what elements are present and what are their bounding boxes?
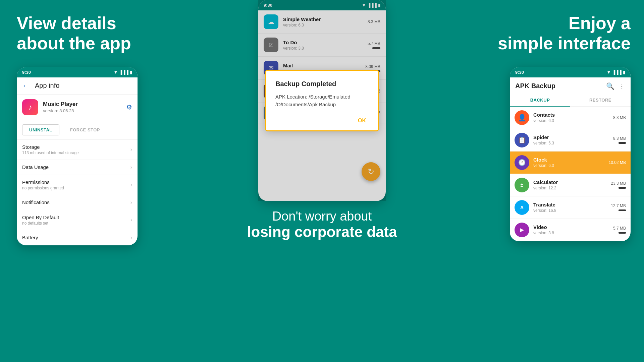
left-status-bar: 9:30 ▼ ▐▐▐ ▮ <box>17 67 138 77</box>
size-bar <box>619 232 626 234</box>
music-player-icon: ♪ <box>22 99 38 115</box>
app-icon-video: ▶ <box>515 223 529 237</box>
settings-list: Storage 113 mb used of internal storage … <box>17 140 138 245</box>
right-status-bar: 9:30 ▼ ▐▐▐ ▮ <box>510 67 631 77</box>
app-icon-clock: 🕐 <box>515 155 529 170</box>
settings-item-data-usage[interactable]: Data Usage › <box>17 160 138 175</box>
center-bottom-text: Don't worry about losing corporate data <box>247 209 397 240</box>
right-phone-mockup: 9:30 ▼ ▐▐▐ ▮ APK Backup 🔍 ⋮ BACKUP RESTO… <box>510 67 631 241</box>
bottom-line2: losing corporate data <box>247 224 397 240</box>
list-item[interactable]: ± Calculator version: 12.2 23.3 MB <box>510 174 631 196</box>
tab-restore[interactable]: RESTORE <box>570 94 631 106</box>
right-status-time: 9:30 <box>515 70 524 75</box>
battery-icon: ▮ <box>623 70 625 75</box>
app-name-block: Music Player version: 8.06.28 <box>43 101 121 113</box>
left-phone-mockup: 9:30 ▼ ▐▐▐ ▮ ← App info ♪ Music Player v… <box>17 67 138 245</box>
settings-item-open-by-default[interactable]: Open By Default no defaults set › <box>17 210 138 230</box>
settings-item-permissions[interactable]: Permissions no permissions granted › <box>17 175 138 195</box>
wifi-icon: ▼ <box>606 70 611 75</box>
tabs-row: BACKUP RESTORE <box>510 94 631 107</box>
chevron-icon: › <box>130 217 132 223</box>
left-phone-header: ← App info <box>17 77 138 95</box>
left-tagline-line1: View details <box>17 13 116 33</box>
dialog-ok-button[interactable]: OK <box>355 116 369 125</box>
list-item[interactable]: A Translate version: 16.8 12.7 MB <box>510 196 631 219</box>
signal-icon: ▐▐▐ <box>612 70 622 75</box>
chevron-icon: › <box>130 164 132 170</box>
list-item-clock[interactable]: 🕐 Clock version: 6.0 10.02 MB <box>510 152 631 174</box>
app-icon-contacts: 👤 <box>515 110 529 125</box>
list-item[interactable]: 👤 Contacts version: 6.3 8.3 MB <box>510 107 631 129</box>
tab-backup[interactable]: BACKUP <box>510 94 570 107</box>
dialog-actions: OK <box>275 116 369 125</box>
app-icon-translate: A <box>515 200 529 215</box>
left-tagline: View details about the app <box>17 13 131 54</box>
dialog-body: APK Location: /Storage/Emulated /O/Docum… <box>275 93 369 108</box>
list-item[interactable]: ▶ Video version: 3.8 5.7 MB <box>510 219 631 241</box>
force-stop-button[interactable]: FORCE STOP <box>63 124 107 135</box>
size-bar <box>619 142 626 144</box>
right-tagline-line2: simple interface <box>498 34 631 53</box>
signal-icon: ▐▐▐ <box>119 70 128 75</box>
back-arrow-icon[interactable]: ← <box>22 81 30 90</box>
settings-item-battery[interactable]: Battery › <box>17 230 138 245</box>
left-tagline-line2: about the app <box>17 34 131 53</box>
center-phone-wrap: 9:30 ▼ ▐▐▐ ▮ ☁ Simple Weather version: 6… <box>258 0 386 201</box>
right-tagline-line1: Enjoy a <box>569 13 631 33</box>
settings-item-notifications[interactable]: Notifications › <box>17 195 138 210</box>
chevron-icon: › <box>130 182 132 188</box>
app-icon-spider: 📋 <box>515 133 529 147</box>
left-panel: View details about the app 9:30 ▼ ▐▐▐ ▮ … <box>0 0 161 362</box>
dialog-overlay: Backup Completed APK Location: /Storage/… <box>258 0 386 201</box>
list-item[interactable]: 📋 Spider version: 6.3 8.3 MB <box>510 129 631 152</box>
settings-item-storage[interactable]: Storage 113 mb used of internal storage … <box>17 140 138 160</box>
uninstall-button[interactable]: UNINSTAL <box>22 124 59 135</box>
left-status-time: 9:30 <box>22 70 31 75</box>
chevron-icon: › <box>130 235 132 241</box>
right-header-icons: 🔍 ⋮ <box>606 82 625 90</box>
more-options-icon[interactable]: ⋮ <box>619 82 625 90</box>
right-status-icons: ▼ ▐▐▐ ▮ <box>606 70 625 75</box>
bottom-line1: Don't worry about <box>247 209 397 224</box>
app-info-title: App info <box>35 82 59 89</box>
app-name: Music Player <box>43 101 121 108</box>
chevron-icon: › <box>130 199 132 205</box>
battery-icon: ▮ <box>130 70 132 75</box>
size-bar <box>619 187 626 189</box>
action-buttons: UNINSTAL FORCE STOP <box>17 120 138 140</box>
left-status-icons: ▼ ▐▐▐ ▮ <box>113 70 132 75</box>
right-panel: Enjoy a simple interface 9:30 ▼ ▐▐▐ ▮ AP… <box>483 0 644 362</box>
apk-backup-title: APK Backup <box>515 82 555 90</box>
right-tagline: Enjoy a simple interface <box>498 13 631 54</box>
dialog-title: Backup Completed <box>275 80 369 88</box>
app-info-row: ♪ Music Player version: 8.06.28 ⚙ <box>17 95 138 120</box>
backup-complete-dialog: Backup Completed APK Location: /Storage/… <box>265 70 379 131</box>
wifi-icon: ▼ <box>113 70 118 75</box>
size-bar <box>619 209 626 211</box>
settings-gear-icon[interactable]: ⚙ <box>126 103 132 111</box>
app-icon-calculator: ± <box>515 178 529 192</box>
right-phone-header: APK Backup 🔍 ⋮ <box>510 77 631 92</box>
center-panel: 9:30 ▼ ▐▐▐ ▮ ☁ Simple Weather version: 6… <box>161 0 483 362</box>
search-icon[interactable]: 🔍 <box>606 82 614 90</box>
chevron-icon: › <box>130 146 132 153</box>
app-version: version: 8.06.28 <box>43 108 121 113</box>
